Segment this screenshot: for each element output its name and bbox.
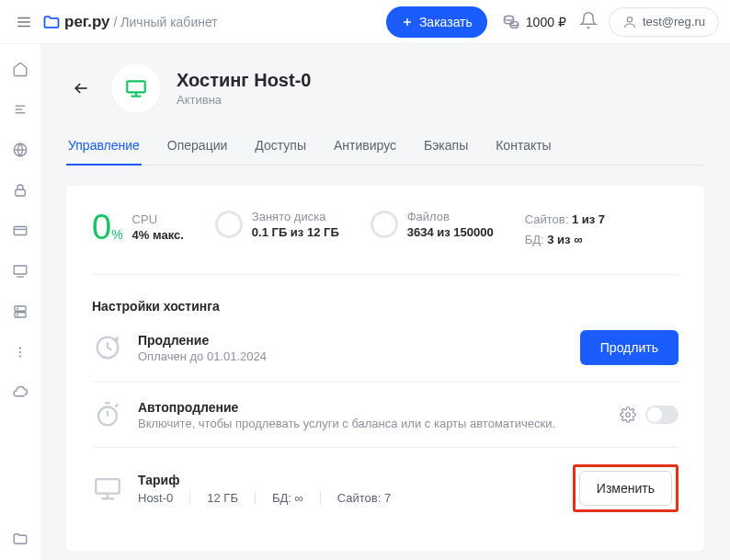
db-value: 3 из ∞ xyxy=(547,233,582,246)
cpu-value: 0 xyxy=(92,208,111,246)
svg-rect-35 xyxy=(96,479,120,494)
svg-rect-18 xyxy=(15,306,26,311)
svg-point-34 xyxy=(626,413,631,417)
autorenew-sub: Включите, чтобы продлевать услуги с бала… xyxy=(138,417,620,430)
change-tariff-button[interactable]: Изменить xyxy=(579,471,672,506)
disk-label: Занято диска xyxy=(252,210,339,223)
renew-button[interactable]: Продлить xyxy=(580,330,679,365)
svg-rect-16 xyxy=(14,266,27,274)
plus-icon xyxy=(401,16,414,29)
bell-icon xyxy=(579,11,598,29)
content-card: 0% CPU 4% макс. Занято диска 0.1 ГБ из 1… xyxy=(66,186,704,551)
lock-icon[interactable] xyxy=(12,182,29,199)
tariff-meta: Host-0 12 ГБ БД: ∞ Сайтов: 7 xyxy=(138,491,573,505)
folder-open-icon[interactable] xyxy=(12,531,29,547)
page-title: Хостинг Host-0 xyxy=(177,70,311,91)
svg-rect-19 xyxy=(15,313,26,317)
user-menu[interactable]: test@reg.ru xyxy=(609,7,719,37)
topbar: рег.ру / Личный кабинет Заказать 1000 ₽ … xyxy=(0,0,730,44)
renew-sub: Оплачен до 01.01.2024 xyxy=(138,349,580,363)
globe-icon[interactable] xyxy=(12,142,29,158)
status-label: Активна xyxy=(177,93,311,107)
sidebar xyxy=(0,44,40,560)
cpu-label: CPU xyxy=(132,212,184,226)
tab-access[interactable]: Доступы xyxy=(253,138,308,165)
files-label: Файлов xyxy=(407,210,494,223)
stat-files: Файлов 3634 из 150000 xyxy=(371,210,494,239)
logo[interactable]: рег.ру xyxy=(42,13,110,31)
disk-value: 0.1 ГБ из 12 ГБ xyxy=(252,225,339,239)
coins-icon xyxy=(502,13,520,31)
stopwatch-icon xyxy=(92,399,123,430)
tariff-sites: Сайтов: 7 xyxy=(320,491,407,505)
card-icon[interactable] xyxy=(12,223,29,239)
svg-point-7 xyxy=(627,17,632,21)
renew-title: Продление xyxy=(138,333,580,348)
settings-heading: Настройки хостинга xyxy=(92,299,679,314)
sites-value: 1 из 7 xyxy=(572,212,605,226)
setting-tariff: Тариф Host-0 12 ГБ БД: ∞ Сайтов: 7 Измен… xyxy=(92,448,679,529)
tab-operations[interactable]: Операции xyxy=(165,138,230,165)
cpu-max: 4% макс. xyxy=(132,228,184,242)
cpu-unit: % xyxy=(111,227,122,242)
setting-renew: Продление Оплачен до 01.01.2024 Продлить xyxy=(92,314,679,383)
tab-backups[interactable]: Бэкапы xyxy=(422,138,470,165)
cloud-icon[interactable] xyxy=(12,384,29,401)
tariff-name: Host-0 xyxy=(138,491,189,505)
svg-rect-26 xyxy=(127,81,145,92)
back-button[interactable] xyxy=(66,74,96,103)
files-value: 3634 из 150000 xyxy=(407,225,494,239)
breadcrumb: / Личный кабинет xyxy=(114,15,218,29)
disk-ring-icon xyxy=(215,211,243,238)
logo-text: рег.ру xyxy=(64,13,110,31)
home-icon[interactable] xyxy=(12,61,29,77)
hosting-icon xyxy=(124,76,148,100)
svg-point-20 xyxy=(17,308,18,309)
svg-point-5 xyxy=(504,16,513,20)
hamburger-menu[interactable] xyxy=(11,9,37,35)
list-icon[interactable] xyxy=(12,101,29,118)
user-icon xyxy=(622,15,637,29)
folder-icon xyxy=(42,13,61,31)
stat-sites-db: Сайтов: 1 из 7 БД: 3 из ∞ xyxy=(525,210,605,250)
sites-key: Сайтов: xyxy=(525,212,569,226)
balance[interactable]: 1000 ₽ xyxy=(502,13,566,31)
svg-point-24 xyxy=(19,355,21,357)
tabs: Управление Операции Доступы Антивирус Бэ… xyxy=(66,138,704,166)
tariff-db: БД: ∞ xyxy=(255,491,320,505)
notifications-button[interactable] xyxy=(579,11,598,32)
order-button[interactable]: Заказать xyxy=(386,6,487,38)
svg-rect-13 xyxy=(16,189,26,196)
autorenew-title: Автопродление xyxy=(138,400,620,415)
tab-management[interactable]: Управление xyxy=(66,138,142,166)
balance-amount: 1000 ₽ xyxy=(526,15,566,29)
svg-line-33 xyxy=(116,405,119,407)
server-icon[interactable] xyxy=(12,303,29,320)
tariff-disk: 12 ГБ xyxy=(189,491,255,505)
clock-refresh-icon xyxy=(92,332,123,363)
svg-point-21 xyxy=(17,314,18,315)
tab-antivirus[interactable]: Антивирус xyxy=(332,138,398,165)
svg-point-30 xyxy=(98,407,117,426)
tab-contacts[interactable]: Контакты xyxy=(494,138,553,165)
tariff-monitor-icon xyxy=(92,473,123,504)
tariff-title: Тариф xyxy=(138,473,573,487)
main-content: Хостинг Host-0 Активна Управление Операц… xyxy=(40,44,730,560)
stat-cpu: 0% CPU 4% макс. xyxy=(92,210,184,245)
page-header: Хостинг Host-0 Активна xyxy=(66,63,704,114)
order-label: Заказать xyxy=(419,15,473,29)
svg-point-23 xyxy=(19,351,21,353)
monitor-icon[interactable] xyxy=(12,263,29,280)
user-email: test@reg.ru xyxy=(643,15,705,29)
autorenew-toggle[interactable] xyxy=(645,406,679,424)
setting-autorenew: Автопродление Включите, чтобы продлевать… xyxy=(92,383,679,448)
tariff-button-highlight: Изменить xyxy=(573,464,679,512)
svg-point-22 xyxy=(19,347,21,349)
files-ring-icon xyxy=(371,211,398,238)
stat-disk: Занято диска 0.1 ГБ из 12 ГБ xyxy=(215,210,339,239)
stats-row: 0% CPU 4% макс. Занято диска 0.1 ГБ из 1… xyxy=(92,210,679,275)
gear-icon[interactable] xyxy=(620,406,636,423)
more-icon[interactable] xyxy=(12,344,29,360)
db-key: БД: xyxy=(525,233,544,246)
svg-rect-14 xyxy=(14,227,27,235)
